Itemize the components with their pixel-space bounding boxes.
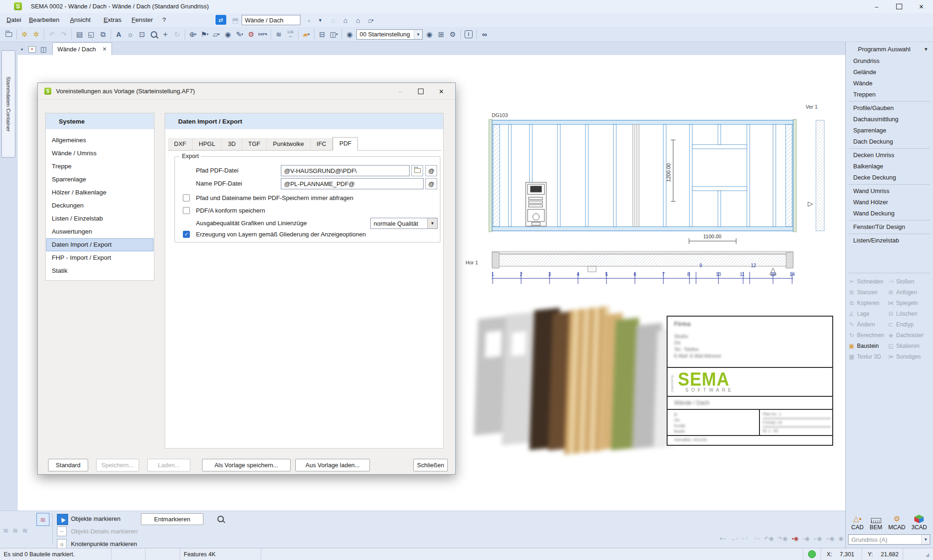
sidebar-item-treppen[interactable]: Treppen [846, 89, 933, 100]
menu-datei[interactable]: Datei [5, 13, 23, 27]
open-project-icon[interactable] [3, 28, 14, 40]
system-statik[interactable]: Statik [46, 264, 153, 277]
tab-list-chevron-icon[interactable]: ▾ [18, 43, 26, 55]
dxf-export-icon[interactable]: DXF✎ [257, 28, 269, 40]
path-at-button[interactable]: @ [425, 165, 437, 176]
rotate-view-icon[interactable]: ↻ [171, 28, 183, 40]
tab-waende-dach[interactable]: Wände / Dach ✕ [52, 42, 112, 55]
display-settings-icon[interactable]: ◉ [344, 28, 355, 40]
wizard-new-icon[interactable]: ✲ [19, 28, 30, 40]
dimension-icon[interactable]: 1,31↔ [285, 28, 296, 40]
gear-icon[interactable]: ⚙ [447, 28, 459, 40]
system-auswertungen[interactable]: Auswertungen [46, 225, 153, 238]
dialog-minimize-button[interactable]: – [390, 83, 411, 99]
sidebar-item-grundriss[interactable]: Grundriss [846, 55, 933, 67]
sidebar-item-wand-hoelzer[interactable]: Wand Hölzer [846, 197, 933, 208]
layout-split-icon[interactable]: ◫▾ [328, 28, 340, 40]
visibility-icon[interactable]: ◉ [222, 28, 234, 40]
print-preview-icon[interactable]: ◱ [85, 28, 97, 40]
copy-plan-icon[interactable]: ⧉ [97, 28, 109, 40]
tab-pdf[interactable]: PDF [333, 137, 358, 151]
system-sparrenlage[interactable]: Sparrenlage [46, 173, 153, 186]
close-dialog-button[interactable]: Schließen [413, 459, 448, 471]
measure-zigzag-icon[interactable]: ≋ [273, 28, 285, 40]
house-copy-icon[interactable]: ⌂▾ [365, 14, 376, 26]
tool-dachraster[interactable]: ◈Dachraster [887, 330, 932, 340]
close-button[interactable]: ✕ [911, 0, 932, 13]
mode-mcad[interactable]: ⚙ MCAD [888, 514, 905, 531]
menu-extras[interactable]: Extras [102, 13, 123, 27]
sidebar-item-decken-umriss[interactable]: Decken Umriss [846, 150, 933, 161]
pan-move-icon[interactable]: + [160, 28, 171, 40]
tool-textur-3d[interactable]: ▦Textur 3D [848, 351, 887, 362]
sidebar-item-wand-deckung[interactable]: Wand Deckung [846, 208, 933, 219]
tool-lage[interactable]: ∠Lage [848, 308, 887, 319]
system-deckungen[interactable]: Deckungen [46, 199, 153, 212]
resize-grip-icon[interactable]: ◢ [926, 552, 929, 557]
popup-window-icon[interactable]: ⬒ [230, 14, 241, 26]
zoom-document-icon[interactable]: ⊡ [136, 28, 148, 40]
tab-tgf[interactable]: TGF [242, 138, 267, 150]
view-tool-icon[interactable]: ◉ [839, 535, 843, 542]
tool-skalieren[interactable]: ◱Skalieren [887, 340, 932, 351]
plane-tool-icon[interactable]: ▱▾ [210, 28, 222, 40]
system-listen[interactable]: Listen / Einzelstab [46, 212, 153, 225]
view-tool-icon[interactable]: ⇤▫ [720, 535, 726, 542]
dialog-maximize-button[interactable] [411, 83, 431, 99]
mark-objects-icon[interactable] [57, 514, 68, 525]
name-at-button[interactable]: @ [425, 178, 437, 189]
view-tool-icon[interactable]: ▫⁘ [742, 535, 749, 542]
stammdaten-container-tab[interactable]: Stammdaten Container [1, 50, 15, 158]
tool-sonstiges[interactable]: ≫Sonstiges [887, 351, 932, 362]
menu-bearbeiten[interactable]: Bearbeiten [27, 13, 61, 27]
tool-stossen[interactable]: ⊣Stoßen [887, 276, 932, 287]
tab-3d[interactable]: 3D [222, 138, 242, 150]
pen-tool-icon[interactable]: ✎▾ [234, 28, 245, 40]
tab-close-icon[interactable]: ✕ [102, 46, 106, 52]
sidebar-item-gelaende[interactable]: Gelände [846, 67, 933, 78]
info-icon[interactable]: i [463, 28, 474, 40]
tool-stanzen[interactable]: ⧉Stanzen [848, 287, 887, 297]
sidebar-item-balkenlage[interactable]: Balkenlage [846, 161, 933, 172]
tab-hpgl[interactable]: HPGL [193, 138, 222, 150]
house-roof-icon[interactable]: ⌂ [352, 14, 364, 26]
minimize-button[interactable]: – [866, 0, 887, 13]
tool-anfuegen[interactable]: ⊞Anfügen [887, 287, 932, 297]
view-tool-icon[interactable]: ▫◉ [803, 535, 810, 542]
save-button[interactable]: Speichern... [96, 459, 139, 471]
sidebar-item-listen-einzelstab[interactable]: Listen/Einzelstab [846, 235, 933, 246]
tab-dxf[interactable]: DXF [168, 138, 193, 150]
standard-button[interactable]: Standard [48, 459, 88, 471]
dialog-close-button[interactable]: ✕ [431, 83, 452, 99]
view-mode-combo[interactable]: Grundriss (A) ▼ [848, 534, 930, 545]
sidebar-item-wand-umriss[interactable]: Wand Umriss [846, 186, 933, 197]
path-input[interactable] [281, 165, 410, 176]
system-fhp[interactable]: FHP - Import / Export [46, 251, 153, 264]
name-input[interactable] [281, 178, 424, 189]
redo-icon[interactable]: ↷ [58, 28, 70, 40]
sidebar-item-profile-gauben[interactable]: Profile/Gauben [846, 103, 933, 114]
menu-hilfe[interactable]: ? [160, 13, 168, 27]
system-waende-umriss[interactable]: Wände / Umriss [46, 147, 153, 160]
search-mark-button[interactable] [215, 513, 227, 525]
teamviewer-icon[interactable]: ⇄ [216, 15, 226, 25]
brightness-icon[interactable]: ☼ [125, 28, 136, 40]
layers-checkbox[interactable]: ✓ [183, 231, 190, 238]
tool-loeschen[interactable]: ⊟Löschen [887, 308, 932, 319]
marker-tool-icon[interactable]: ⚑▾ [199, 28, 210, 40]
display-settings-star-icon[interactable]: ◉ [424, 28, 435, 40]
view-tool-icon[interactable]: ⁘▫ [753, 535, 760, 542]
house-storey-icon[interactable]: ⌂ [340, 14, 351, 26]
save-template-button[interactable]: Als Vorlage speichern... [202, 459, 291, 471]
system-treppe[interactable]: Treppe [46, 160, 153, 173]
sidebar-item-decke-deckung[interactable]: Decke Deckung [846, 172, 933, 183]
view-tool-red-icon[interactable]: ▪◉ [792, 535, 799, 542]
tool-berechnen[interactable]: ↻Berechnen [848, 330, 887, 340]
system-allgemeines[interactable]: Allgemeines [46, 134, 153, 147]
settings-red-icon[interactable]: ⚙ [245, 28, 257, 40]
sidebar-item-fenster-tuer-design[interactable]: Fenster/Tür Design [846, 221, 933, 233]
load-button[interactable]: Laden... [147, 459, 190, 471]
mark-nodes-icon[interactable]: ☼ [57, 539, 67, 549]
layer-stack-active-icon[interactable]: ≋ [36, 513, 49, 526]
load-template-button[interactable]: Aus Vorlage laden... [295, 459, 370, 471]
